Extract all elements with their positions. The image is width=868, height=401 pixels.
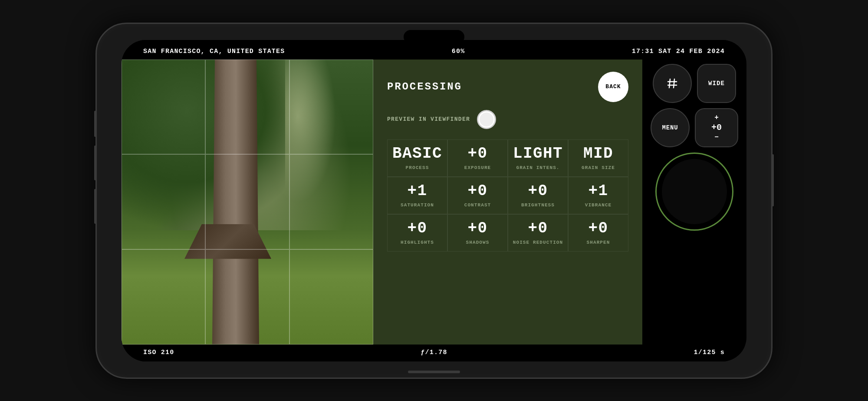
param-saturation[interactable]: +1 SATURATION — [387, 177, 447, 214]
svg-line-1 — [674, 79, 674, 88]
iso-label: ISO 210 — [143, 349, 174, 356]
param-highlights-label: HIGHLIGHTS — [401, 240, 434, 245]
param-process-label: PROCESS — [406, 165, 429, 170]
param-vibrance[interactable]: +1 VIBRANCE — [568, 177, 628, 214]
aperture-label: ƒ/1.78 — [421, 349, 447, 356]
exposure-stepper[interactable]: + +0 − — [695, 108, 738, 147]
stepper-plus-icon: + — [714, 114, 719, 122]
params-grid: BASIC PROCESS +0 EXPOSURE LIGHT GRAIN IN… — [387, 139, 628, 252]
phone-button-vol-down — [94, 189, 96, 224]
panel-title: PROCESSING — [387, 81, 462, 93]
param-grain-intens-value: LIGHT — [513, 146, 563, 162]
param-noise-reduction-label: NOISE REDUCTION — [513, 240, 563, 245]
phone-button-power — [772, 154, 774, 206]
preview-toggle[interactable] — [477, 110, 496, 129]
param-process[interactable]: BASIC PROCESS — [387, 139, 447, 177]
param-contrast[interactable]: +0 CONTRAST — [447, 177, 508, 214]
param-grain-size-value: MID — [583, 146, 613, 162]
param-sharpen[interactable]: +0 SHARPEN — [568, 214, 628, 252]
shutter-dial[interactable] — [655, 152, 733, 231]
battery-label: 60% — [452, 48, 465, 55]
location-label: SAN FRANCISCO, CA, UNITED STATES — [143, 48, 285, 55]
panel-header: PROCESSING BACK — [387, 72, 628, 102]
param-saturation-value: +1 — [407, 183, 427, 199]
param-sharpen-label: SHARPEN — [587, 240, 610, 245]
param-noise-reduction[interactable]: +0 NOISE REDUCTION — [508, 214, 568, 252]
phone-button-vol-up — [94, 146, 96, 180]
param-grain-intens-label: GRAIN INTENS. — [516, 165, 559, 170]
toggle-inner — [480, 113, 493, 126]
param-vibrance-label: VIBRANCE — [585, 202, 612, 208]
shutter-label: 1/125 s — [694, 349, 725, 356]
top-controls-row: WIDE — [647, 64, 742, 103]
phone-connector — [408, 371, 460, 373]
bottom-bar: ISO 210 ƒ/1.78 1/125 s — [122, 345, 746, 361]
hashtag-icon — [666, 77, 678, 89]
tree-trunk — [210, 60, 262, 345]
param-exposure-value: +0 — [467, 146, 487, 162]
param-grain-intens[interactable]: LIGHT GRAIN INTENS. — [508, 139, 568, 177]
stepper-minus-icon: − — [714, 133, 719, 141]
param-highlights-value: +0 — [407, 221, 427, 236]
param-highlights[interactable]: +0 HIGHLIGHTS — [387, 214, 447, 252]
param-grain-size[interactable]: MID GRAIN SIZE — [568, 139, 628, 177]
right-controls: WIDE MENU + +0 − — [642, 60, 746, 345]
hashtag-button[interactable] — [653, 64, 692, 103]
param-saturation-label: SATURATION — [401, 202, 434, 208]
back-button[interactable]: BACK — [598, 72, 628, 102]
phone-button-mute — [94, 111, 96, 137]
param-contrast-value: +0 — [467, 183, 487, 199]
mid-controls-row: MENU + +0 − — [647, 108, 742, 147]
viewfinder — [122, 60, 373, 345]
preview-row: PREVIEW IN VIEWFINDER — [387, 110, 628, 129]
param-process-value: BASIC — [392, 146, 442, 162]
phone-notch — [404, 30, 464, 44]
param-sharpen-value: +0 — [588, 221, 608, 236]
param-brightness-label: BRIGHTNESS — [521, 202, 555, 208]
camera-main: PROCESSING BACK PREVIEW IN VIEWFINDER BA… — [122, 60, 746, 345]
param-shadows-label: SHADOWS — [466, 240, 490, 245]
phone-frame: SAN FRANCISCO, CA, UNITED STATES 60% 17:… — [95, 23, 773, 379]
param-shadows-value: +0 — [467, 221, 487, 236]
foliage — [122, 60, 285, 231]
wide-button[interactable]: WIDE — [697, 64, 736, 103]
param-contrast-label: CONTRAST — [464, 202, 491, 208]
param-vibrance-value: +1 — [588, 183, 608, 199]
param-brightness-value: +0 — [528, 183, 548, 199]
param-noise-reduction-value: +0 — [528, 221, 548, 236]
preview-label: PREVIEW IN VIEWFINDER — [387, 116, 470, 123]
processing-panel: PROCESSING BACK PREVIEW IN VIEWFINDER BA… — [373, 60, 642, 345]
param-exposure[interactable]: +0 EXPOSURE — [447, 139, 508, 177]
menu-button[interactable]: MENU — [651, 108, 690, 147]
datetime-label: 17:31 SAT 24 FEB 2024 — [632, 48, 725, 55]
param-exposure-label: EXPOSURE — [464, 165, 491, 170]
svg-line-0 — [669, 79, 670, 88]
phone-screen: SAN FRANCISCO, CA, UNITED STATES 60% 17:… — [122, 40, 746, 361]
param-shadows[interactable]: +0 SHADOWS — [447, 214, 508, 252]
param-brightness[interactable]: +0 BRIGHTNESS — [508, 177, 568, 214]
shutter-dial-inner — [662, 159, 727, 224]
param-grain-size-label: GRAIN SIZE — [582, 165, 615, 170]
stepper-value-label: +0 — [711, 123, 722, 133]
